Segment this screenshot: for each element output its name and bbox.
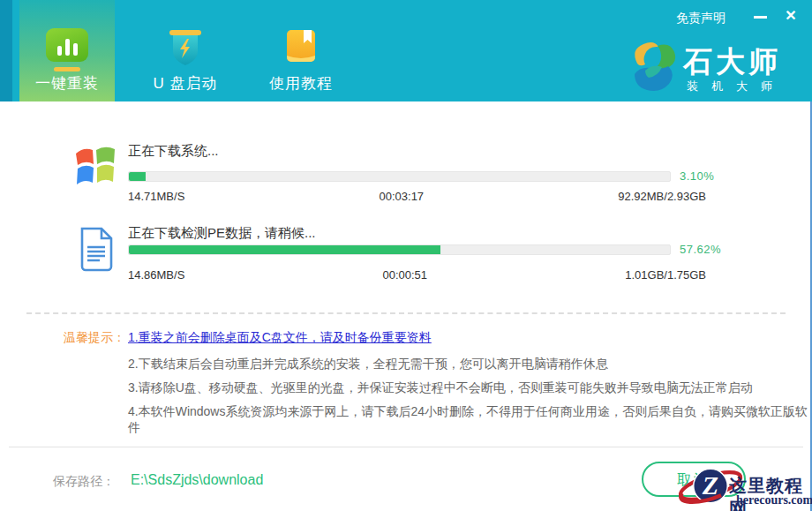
tip-line-2: 2.下载结束后会自动重启并完成系统的安装，全程无需干预，您可以离开电脑请稍作休息 (128, 357, 608, 372)
header-left-strip (0, 0, 12, 101)
tab-label: 一键重装 (19, 73, 115, 94)
tab-tutorial[interactable]: 使用教程 (252, 0, 350, 101)
tips-label: 温馨提示： (64, 330, 125, 346)
tab-label: U 盘启动 (134, 73, 237, 94)
tip-line-3: 3.请移除U盘、移动硬盘、光驱里的光盘，并保证安装过程中不会断电，否则重装可能失… (128, 380, 753, 396)
document-icon (76, 226, 117, 275)
book-icon (283, 28, 319, 71)
download-stats-row: 14.86MB/S 00:00:51 1.01GB/1.75GB (128, 268, 706, 282)
brand-title: 石大师 (683, 42, 781, 82)
download-stats-row: 14.71MB/S 00:03:17 92.92MB/2.93GB (128, 190, 706, 203)
time-label: 00:03:17 (379, 190, 424, 203)
size-label: 1.01GB/1.75GB (625, 268, 706, 282)
active-tab-underline-icon (54, 67, 80, 71)
percent-label: 57.62% (680, 243, 721, 256)
minimize-icon (754, 16, 767, 19)
bar-chart-icon (46, 28, 88, 62)
speed-label: 14.71MB/S (128, 190, 184, 203)
tab-onekey-reinstall[interactable]: 一键重装 (19, 0, 115, 101)
time-label: 00:00:51 (382, 268, 427, 282)
progress-track (128, 244, 671, 255)
tip-line-4: 4.本软件Windows系统资源均来源于网上，请下载后24小时删除，不得用于任何… (128, 404, 812, 436)
progress-fill (129, 172, 146, 181)
download-title: 正在下载系统... (128, 143, 219, 160)
download-title: 正在下载检测PE数据，请稍候... (128, 225, 316, 242)
header-bar: 一键重装 U 盘启动 (0, 0, 812, 101)
dashed-divider (26, 312, 786, 314)
progress-fill (129, 245, 440, 254)
save-path-value[interactable]: E:\SdsZjds\download (131, 472, 263, 488)
tab-usb-boot[interactable]: U 盘启动 (134, 0, 237, 101)
footer-divider (9, 447, 803, 447)
usb-shield-icon (168, 28, 203, 74)
speed-label: 14.86MB/S (128, 268, 184, 282)
windows-logo-icon (71, 141, 120, 196)
brand-swirl-logo-icon (628, 39, 678, 97)
tab-label: 使用教程 (252, 73, 350, 94)
disclaimer-link[interactable]: 免责声明 (676, 11, 726, 26)
percent-label: 3.10% (680, 169, 714, 183)
cancel-button[interactable]: 取消 (642, 462, 746, 497)
close-button[interactable]: ✕ (780, 7, 801, 25)
app-window: 一键重装 U 盘启动 (0, 0, 812, 511)
size-label: 92.92MB/2.93GB (618, 190, 706, 203)
tip-line-1: 1.重装之前会删除桌面及C盘文件，请及时备份重要资料 (128, 330, 432, 346)
save-path-label: 保存路径： (53, 474, 115, 490)
progress-track (128, 171, 671, 182)
watermark-domain: herecours.com (736, 493, 812, 507)
minimize-button[interactable] (751, 9, 771, 25)
brand-subtitle: 装机大师 (687, 79, 786, 94)
